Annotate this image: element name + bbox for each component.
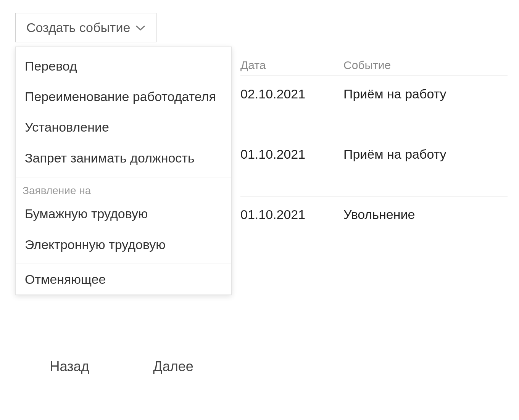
menu-group-label-statement: Заявление на [16,177,231,199]
menu-item-electronic-workbook[interactable]: Электронную трудовую [16,229,231,260]
table-row[interactable]: 01.10.2021 Приём на работу [240,136,508,196]
next-button-label: Далее [153,359,193,375]
cell-date: 01.10.2021 [240,147,343,162]
column-header-date: Дата [240,59,343,72]
cell-date: 01.10.2021 [240,207,343,222]
menu-item-ban-position[interactable]: Запрет занимать должность [16,143,231,173]
events-table: Дата Событие 02.10.2021 Приём на работу … [240,59,508,256]
back-button-label: Назад [50,359,89,375]
menu-item-cancelling[interactable]: Отменяющее [16,264,231,294]
cell-date: 02.10.2021 [240,87,343,101]
create-event-label: Создать событие [26,20,130,35]
column-header-event: Событие [343,59,508,72]
create-event-button[interactable]: Создать событие [15,13,156,42]
menu-item-transfer[interactable]: Перевод [16,51,231,81]
create-event-menu: Перевод Переименование работодателя Уста… [15,47,232,295]
next-button[interactable]: Далее [127,350,227,383]
menu-item-paper-workbook[interactable]: Бумажную трудовую [16,198,231,229]
cell-event: Приём на работу [343,147,508,162]
cell-event: Приём на работу [343,87,508,101]
back-button[interactable]: Назад [16,350,116,383]
table-row[interactable]: 02.10.2021 Приём на работу [240,76,508,136]
menu-item-establishment[interactable]: Установление [16,112,231,142]
cell-event: Увольнение [343,207,508,222]
table-header: Дата Событие [240,59,508,76]
menu-item-rename-employer[interactable]: Переименование работодателя [16,81,231,112]
table-row[interactable]: 01.10.2021 Увольнение [240,196,508,256]
chevron-down-icon [135,25,145,31]
